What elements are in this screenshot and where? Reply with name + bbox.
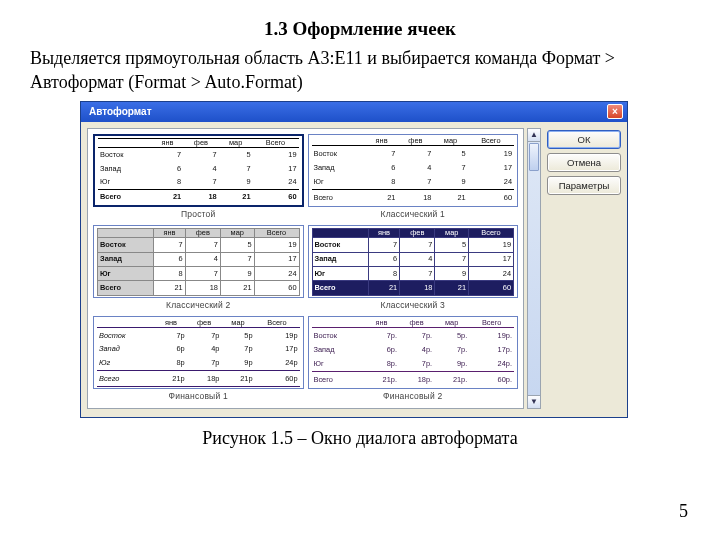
close-icon[interactable]: × [607, 104, 623, 119]
autoformat-dialog: Автоформат × янвфевмарВсегоВосток77519За… [80, 101, 628, 418]
format-variant[interactable]: янвфевмарВсегоВосток7р7р5р19рЗапад6р4р7р… [93, 316, 304, 389]
preview-table: янвфевмарВсегоВосток77519Запад64717Юг879… [312, 137, 515, 205]
format-variant[interactable]: янвфевмарВсегоВосток77519Запад64717Юг879… [93, 134, 304, 207]
page-number: 5 [679, 501, 688, 522]
variant-label: Финансовый 2 [308, 391, 519, 401]
gallery-scrollbar[interactable]: ▲ ▼ [527, 128, 541, 409]
variant-label: Классический 3 [308, 300, 519, 310]
scroll-up-icon[interactable]: ▲ [528, 129, 540, 142]
dialog-title: Автоформат [89, 106, 152, 117]
format-variant[interactable]: янвфевмарВсегоВосток7р.7р.5р.19р.Запад6р… [308, 316, 519, 389]
format-variant[interactable]: янвфевмарВсегоВосток77519Запад64717Юг879… [308, 134, 519, 207]
format-gallery[interactable]: янвфевмарВсегоВосток77519Запад64717Юг879… [87, 128, 524, 409]
preview-table: янвфевмарВсегоВосток77519Запад64717Юг879… [312, 228, 515, 296]
variant-label: Финансовый 1 [93, 391, 304, 401]
variant-label: Классический 1 [308, 209, 519, 219]
gallery-wrap: янвфевмарВсегоВосток77519Запад64717Юг879… [87, 128, 541, 409]
preview-table: янвфевмарВсегоВосток77519Запад64717Юг879… [98, 138, 299, 204]
scroll-down-icon[interactable]: ▼ [528, 395, 540, 408]
dialog-buttons: ОК Отмена Параметры [547, 128, 621, 409]
dialog-body: янвфевмарВсегоВосток77519Запад64717Юг879… [81, 122, 627, 417]
figure-caption: Рисунок 1.5 – Окно диалога автоформата [0, 428, 720, 449]
titlebar[interactable]: Автоформат × [81, 102, 627, 122]
ok-button[interactable]: ОК [547, 130, 621, 149]
scroll-thumb[interactable] [529, 143, 539, 171]
format-variant[interactable]: янвфевмарВсегоВосток77519Запад64717Юг879… [308, 225, 519, 298]
format-variant[interactable]: янвфевмарВсегоВосток77519Запад64717Юг879… [93, 225, 304, 298]
scroll-track[interactable] [528, 172, 540, 395]
section-heading: 1.3 Оформление ячеек [0, 18, 720, 40]
preview-table: янвфевмарВсегоВосток7р7р5р19рЗапад6р4р7р… [97, 319, 300, 387]
options-button[interactable]: Параметры [547, 176, 621, 195]
preview-table: янвфевмарВсегоВосток77519Запад64717Юг879… [97, 228, 300, 296]
variant-label: Классический 2 [93, 300, 304, 310]
variant-label: Простой [93, 209, 304, 219]
cancel-button[interactable]: Отмена [547, 153, 621, 172]
section-paragraph: Выделяется прямоугольная область А3:Е11 … [30, 46, 690, 95]
preview-table: янвфевмарВсегоВосток7р.7р.5р.19р.Запад6р… [312, 319, 515, 387]
